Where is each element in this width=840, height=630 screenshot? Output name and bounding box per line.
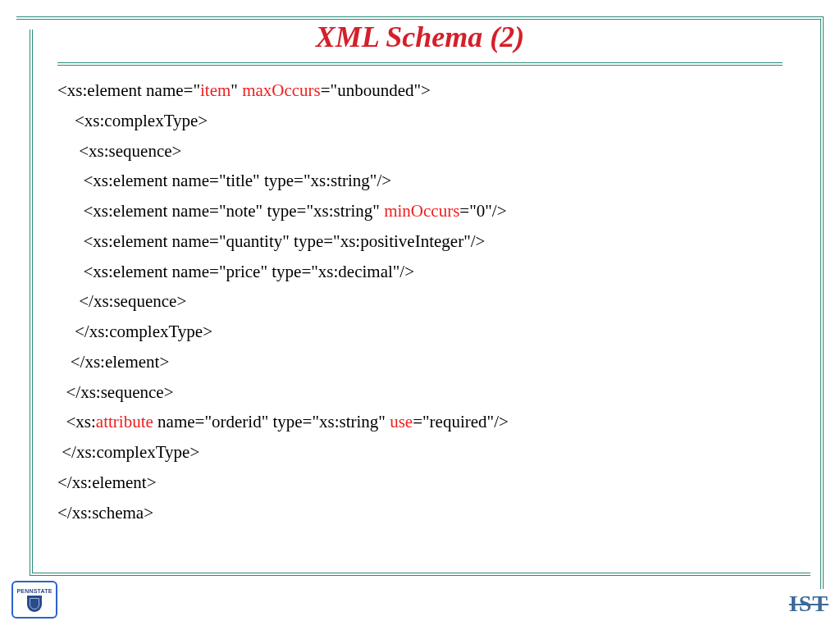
pennstate-logo-text: PENNSTATE (16, 588, 52, 594)
pennstate-logo: PENNSTATE (11, 581, 57, 619)
ist-logo: IST (789, 591, 829, 617)
inner-frame (30, 30, 810, 576)
shield-icon (27, 596, 42, 612)
